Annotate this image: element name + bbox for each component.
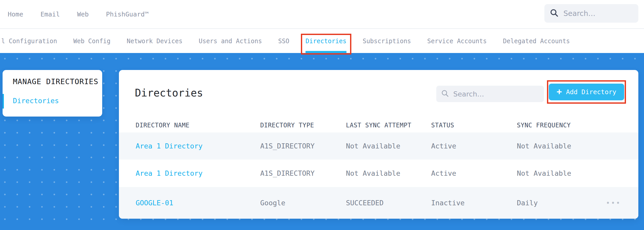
directory-type-cell: A1S_DIRECTORY <box>260 142 346 150</box>
nav-item-home[interactable]: Home <box>8 11 23 18</box>
table-header-row: DIRECTORY NAME DIRECTORY TYPE LAST SYNC … <box>119 118 638 132</box>
tab-users-and-actions[interactable]: Users and Actions <box>199 29 262 53</box>
directories-table: DIRECTORY NAME DIRECTORY TYPE LAST SYNC … <box>119 118 638 219</box>
tab-email-configuration-cut[interactable]: l Configuration <box>1 29 57 53</box>
sync-frequency-cell: Not Available <box>517 142 606 150</box>
sidebar-card: MANAGE DIRECTORIES Directories <box>3 70 102 117</box>
ellipsis-menu-icon[interactable]: ••• <box>606 200 621 206</box>
plus-icon: + <box>556 87 562 96</box>
tab-subscriptions[interactable]: Subscriptions <box>363 29 411 53</box>
col-directory-name: DIRECTORY NAME <box>136 122 260 129</box>
sidebar-title: MANAGE DIRECTORIES <box>13 77 98 86</box>
annotation-box-add-directory: + Add Directory <box>547 80 626 104</box>
directory-type-cell: A1S_DIRECTORY <box>260 169 346 177</box>
status-cell: Active <box>431 169 517 177</box>
last-sync-cell: SUCCEEDED <box>346 199 431 207</box>
global-search[interactable] <box>544 4 638 23</box>
nav-item-web[interactable]: Web <box>77 11 89 18</box>
sidebar-item-directories[interactable]: Directories <box>13 97 59 105</box>
directories-search-input[interactable] <box>453 90 539 98</box>
directory-name-link[interactable]: Area 1 Directory <box>136 169 260 177</box>
search-icon <box>441 89 449 99</box>
table-row: Area 1 Directory A1S_DIRECTORY Not Avail… <box>119 132 638 160</box>
col-sync-frequency: SYNC FREQUENCY <box>517 122 606 129</box>
sync-frequency-cell: Not Available <box>517 169 606 177</box>
nav-item-email[interactable]: Email <box>40 11 60 18</box>
app-screen: Home Email Web PhishGuard™ l Configurati… <box>0 0 644 230</box>
col-directory-type: DIRECTORY TYPE <box>260 122 346 129</box>
last-sync-cell: Not Available <box>346 142 431 150</box>
tab-network-devices[interactable]: Network Devices <box>127 29 182 53</box>
last-sync-cell: Not Available <box>346 169 431 177</box>
top-nav: Home Email Web PhishGuard™ <box>0 0 644 29</box>
table-row: Area 1 Directory A1S_DIRECTORY Not Avail… <box>119 160 638 187</box>
active-tab-underline <box>306 51 346 53</box>
directories-panel: Directories + Add Directory DIRECTORY NA… <box>119 70 638 219</box>
sidebar-active-indicator <box>3 94 4 109</box>
nav-item-phishguard[interactable]: PhishGuard™ <box>106 11 149 18</box>
add-directory-button[interactable]: + Add Directory <box>549 84 624 100</box>
directory-type-cell: Google <box>260 199 346 207</box>
tab-directories[interactable]: Directories <box>306 29 346 53</box>
settings-tab-bar: l Configuration Web Config Network Devic… <box>0 29 644 53</box>
sync-frequency-cell: Daily <box>517 199 606 207</box>
col-status: STATUS <box>431 122 517 129</box>
tab-delegated-accounts[interactable]: Delegated Accounts <box>503 29 570 53</box>
page-title: Directories <box>135 87 203 99</box>
directory-name-link[interactable]: GOOGLE-01 <box>136 199 260 207</box>
search-icon <box>550 8 559 19</box>
status-cell: Inactive <box>431 199 517 207</box>
top-nav-items: Home Email Web PhishGuard™ <box>0 11 149 18</box>
table-row: GOOGLE-01 Google SUCCEEDED Inactive Dail… <box>119 187 638 219</box>
directory-name-link[interactable]: Area 1 Directory <box>136 142 260 150</box>
col-last-sync-attempt: LAST SYNC ATTEMPT <box>346 122 431 129</box>
status-cell: Active <box>431 142 517 150</box>
tab-web-config[interactable]: Web Config <box>73 29 111 53</box>
directories-search[interactable] <box>436 86 544 102</box>
add-directory-label: Add Directory <box>566 88 616 96</box>
tab-service-accounts[interactable]: Service Accounts <box>427 29 487 53</box>
global-search-input[interactable] <box>563 9 633 18</box>
workspace-background: MANAGE DIRECTORIES Directories Directori… <box>0 53 644 230</box>
tab-sso[interactable]: SSO <box>278 29 289 53</box>
